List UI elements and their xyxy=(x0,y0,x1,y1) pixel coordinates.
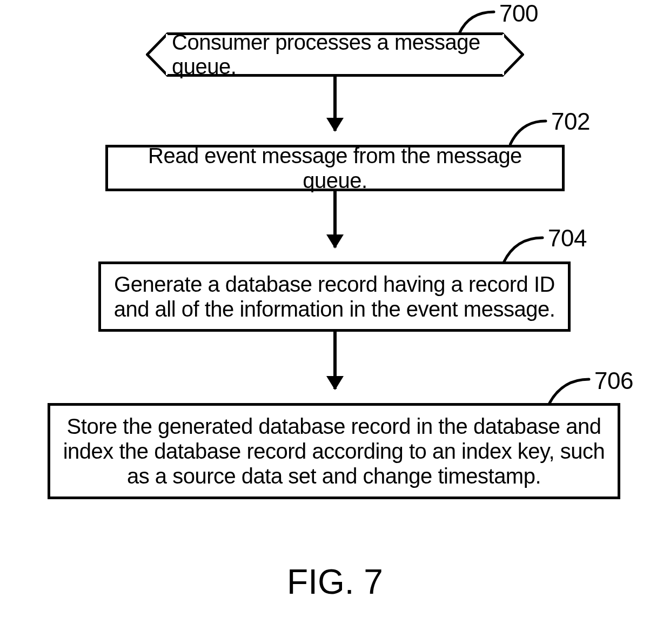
flow-step-702: Read event message from the message queu… xyxy=(105,145,565,191)
ref-hook-706 xyxy=(548,377,591,405)
ref-label-706: 706 xyxy=(594,367,633,394)
ref-hook-702 xyxy=(509,119,548,146)
svg-rect-3 xyxy=(502,34,504,75)
step-706-label: Store the generated database record in t… xyxy=(61,414,607,488)
svg-marker-0 xyxy=(148,34,168,76)
terminator-label: Consumer processes a message queue. xyxy=(168,32,502,77)
flow-terminator: Consumer processes a message queue. xyxy=(146,32,524,77)
svg-rect-1 xyxy=(166,34,168,75)
step-702-label: Read event message from the message queu… xyxy=(119,143,551,193)
ref-hook-704 xyxy=(502,236,545,264)
figure-caption: FIG. 7 xyxy=(287,562,383,602)
terminator-left-cap xyxy=(146,32,168,77)
step-704-label: Generate a database record having a reco… xyxy=(112,272,557,321)
arrow-702-704 xyxy=(333,191,337,247)
flow-step-706: Store the generated database record in t… xyxy=(48,403,620,499)
svg-marker-2 xyxy=(502,34,523,76)
flowchart-canvas: Consumer processes a message queue. 700 … xyxy=(0,0,670,644)
ref-label-702: 702 xyxy=(551,108,590,135)
ref-label-704: 704 xyxy=(548,225,587,252)
ref-label-700: 700 xyxy=(499,0,538,27)
arrow-700-702 xyxy=(333,77,337,131)
terminator-right-cap xyxy=(502,32,524,77)
flow-step-704: Generate a database record having a reco… xyxy=(98,261,571,332)
arrow-704-706 xyxy=(333,332,337,389)
ref-hook-700 xyxy=(458,10,496,35)
